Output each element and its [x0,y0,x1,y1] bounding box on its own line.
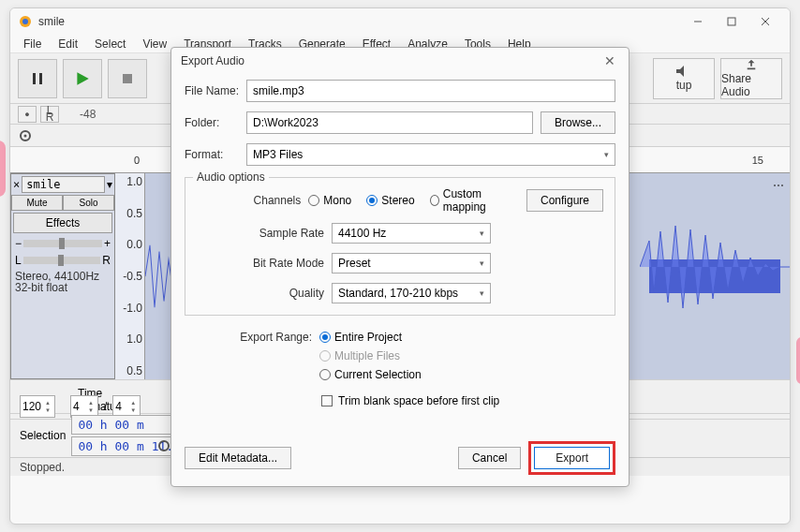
play-button[interactable] [63,59,102,98]
close-track-icon[interactable]: × [13,178,20,191]
timeline-tick-0: 0 [134,155,140,166]
export-button-highlight: Export [528,441,615,475]
edit-metadata-button[interactable]: Edit Metadata... [185,447,291,469]
folder-label: Folder: [185,116,239,129]
menu-file[interactable]: File [16,36,49,52]
folder-input[interactable] [246,111,533,134]
menu-edit[interactable]: Edit [51,36,85,52]
chevron-down-icon: ▾ [604,150,609,159]
selection-gear-icon[interactable] [156,438,171,453]
audio-setup-label: tup [676,79,692,92]
track-menu-caret-icon[interactable]: ▾ [107,178,112,191]
current-selection-radio[interactable]: Current Selection [319,368,422,381]
svg-point-1 [22,19,28,24]
trim-blank-checkbox[interactable]: Trim blank space before first clip [321,394,499,407]
bitrate-select[interactable]: Preset▾ [332,253,491,273]
dialog-close-button[interactable]: ✕ [600,52,619,70]
mono-radio[interactable]: Mono [308,194,351,207]
samplerate-select[interactable]: 44100 Hz▾ [332,223,491,244]
maximize-button[interactable] [715,8,748,35]
waveform-yaxis: 1.0 0.5 0.0 -0.5 -1.0 1.0 0.5 [115,173,145,379]
export-range-label: Export Range: [185,331,312,344]
menu-view[interactable]: View [135,36,174,52]
bitrate-label: Bit Rate Mode [197,257,324,270]
svg-point-12 [24,134,27,137]
share-audio-label: Share Audio [721,72,781,98]
quality-label: Quality [197,287,324,300]
filename-input[interactable] [246,80,615,102]
timesig-num-input[interactable]: 4▲▼ [70,395,98,418]
configure-button[interactable]: Configure [526,189,603,212]
gain-slider[interactable] [23,240,102,247]
track-name[interactable]: smile [22,176,105,193]
meter-lr-icon: LR [40,106,59,123]
svg-point-13 [159,441,169,451]
stereo-radio[interactable]: Stereo [366,194,414,207]
upload-icon [745,59,758,70]
record-meter-icon[interactable]: ● [18,106,37,123]
status-state: Stopped. [20,461,170,474]
track-more-icon[interactable]: ⋯ [773,179,784,192]
window-title: smile [38,15,681,28]
quality-select[interactable]: Standard, 170-210 kbps▾ [332,283,491,303]
app-logo-icon [18,14,33,29]
track-format-line2: 32-bit float [15,282,111,293]
close-button[interactable] [748,8,782,35]
svg-rect-6 [33,73,36,84]
dialog-title: Export Audio [181,54,244,67]
minimize-button[interactable] [681,8,715,35]
audio-options-legend: Audio options [193,170,269,184]
export-button[interactable]: Export [534,447,610,469]
pan-slider[interactable] [23,257,101,264]
pause-button[interactable] [18,59,57,98]
effects-button[interactable]: Effects [13,213,112,233]
filename-label: File Name: [185,84,239,97]
multiple-files-radio[interactable]: Multiple Files [319,349,400,362]
menu-select[interactable]: Select [87,36,133,52]
svg-rect-3 [728,18,735,25]
tempo-input[interactable]: 120▲▼ [20,395,55,418]
channels-label: Channels [197,194,301,207]
chevron-down-icon: ▾ [480,229,484,238]
format-label: Format: [185,148,239,161]
mute-button[interactable]: Mute [11,195,63,211]
speaker-icon [676,66,691,77]
timesig-den-input[interactable]: 4▲▼ [112,395,141,418]
share-audio-button[interactable]: Share Audio [720,58,782,99]
timeline-tick-15: 15 [752,155,763,166]
svg-rect-9 [123,74,132,83]
custom-mapping-radio[interactable]: Custom mapping [430,187,511,214]
solo-button[interactable]: Solo [63,195,114,211]
svg-rect-7 [39,73,42,84]
selection-label: Selection [20,429,66,442]
track-header: × smile ▾ Mute Solo Effects −+ LR Stereo… [10,173,115,379]
chevron-down-icon: ▾ [480,288,484,298]
samplerate-label: Sample Rate [197,227,324,240]
export-audio-dialog: Export Audio ✕ File Name: Folder: Browse… [170,47,630,487]
entire-project-radio[interactable]: Entire Project [319,331,402,344]
audio-setup-button[interactable]: tup [653,58,715,99]
gear-icon[interactable] [18,128,33,143]
browse-button[interactable]: Browse... [541,111,615,134]
format-select[interactable]: MP3 Files▾ [246,143,615,166]
cancel-button[interactable]: Cancel [458,447,521,469]
svg-marker-8 [77,72,88,85]
chevron-down-icon: ▾ [480,259,484,268]
svg-marker-10 [676,66,684,77]
titlebar: smile [10,8,790,35]
meter-db: -48 [80,108,96,121]
audio-options-group: Audio options Channels Mono Stereo Custo… [185,177,615,316]
stop-button[interactable] [108,59,147,98]
